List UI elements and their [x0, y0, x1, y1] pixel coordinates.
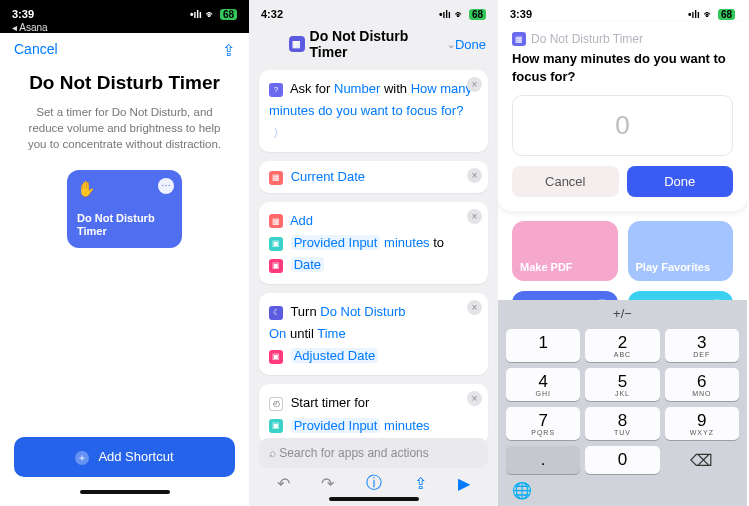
date-icon: ▣	[269, 259, 283, 273]
remove-action-icon[interactable]: ×	[467, 77, 482, 92]
key-4[interactable]: 4GHI	[506, 368, 580, 401]
status-icons: •ılıᯤ68	[684, 8, 735, 20]
input-icon: ▣	[269, 237, 283, 251]
key-7[interactable]: 7PQRS	[506, 407, 580, 440]
status-time: 4:32	[261, 8, 283, 20]
key-3[interactable]: 3DEF	[665, 329, 739, 362]
action-current-date[interactable]: × ▦ Current Date	[259, 161, 488, 193]
action-add-date[interactable]: × ▦ Add ▣ Provided Input minutes to ▣ Da…	[259, 202, 488, 284]
status-bar: 4:32 •ılıᯤ68	[249, 0, 498, 22]
status-bar: 3:39 •ılıᯤ68	[498, 0, 747, 22]
calendar-icon: ▦	[269, 214, 283, 228]
key-2[interactable]: 2ABC	[585, 329, 659, 362]
back-asana[interactable]: ◂ Asana	[0, 22, 249, 33]
shortcut-tile[interactable]: ✋ ⋯ Do Not Disturb Timer	[67, 170, 182, 248]
chevron-down-icon: ⌄	[447, 39, 455, 50]
status-icons: •ılıᯤ68	[435, 8, 486, 20]
action-timer[interactable]: × ◴ Start timer for ▣ Provided Input min…	[259, 384, 488, 444]
tile-play-favorites[interactable]: Play Favorites	[628, 221, 734, 281]
search-input[interactable]: ⌕ Search for apps and actions	[259, 438, 488, 468]
toolbar: ↶ ↷ ⓘ ⇪ ▶	[249, 473, 498, 494]
moon-icon: ☾	[269, 306, 283, 320]
share-icon[interactable]: ⇪	[414, 474, 427, 493]
undo-icon[interactable]: ↶	[277, 474, 290, 493]
key-dot[interactable]: .	[506, 446, 580, 474]
cancel-button[interactable]: Cancel	[14, 41, 58, 60]
key-1[interactable]: 1	[506, 329, 580, 362]
add-shortcut-button[interactable]: ＋ Add Shortcut	[14, 437, 235, 477]
more-icon[interactable]: ⋯	[158, 178, 174, 194]
key-9[interactable]: 9WXYZ	[665, 407, 739, 440]
home-indicator[interactable]	[329, 497, 419, 501]
key-5[interactable]: 5JKL	[585, 368, 659, 401]
status-time: 3:39	[510, 8, 532, 20]
globe-icon[interactable]: 🌐	[512, 481, 532, 500]
numeric-keypad: +/− 1 2ABC 3DEF 4GHI 5JKL 6MNO 7PQRS 8TU…	[498, 300, 747, 506]
dialog-header: ▦ Do Not Disturb Timer	[512, 32, 733, 46]
tile-label: Do Not Disturb Timer	[77, 212, 182, 238]
key-0[interactable]: 0	[585, 446, 659, 474]
remove-action-icon[interactable]: ×	[467, 168, 482, 183]
date-icon: ▣	[269, 350, 283, 364]
action-ask-input[interactable]: × ? Ask for Number with How many minutes…	[259, 70, 488, 152]
shortcut-description: Set a timer for Do Not Disturb, and redu…	[0, 104, 249, 152]
clock-icon: ◴	[269, 397, 283, 411]
shortcut-icon: ▦	[289, 36, 304, 52]
input-icon: ▣	[269, 419, 283, 433]
page-title: Do Not Disturb Timer	[0, 68, 249, 104]
dialog-done-button[interactable]: Done	[627, 166, 734, 197]
home-indicator[interactable]	[80, 490, 170, 494]
plusminus-key[interactable]: +/−	[613, 306, 632, 321]
input-dialog: ▦ Do Not Disturb Timer How many minutes …	[498, 22, 747, 211]
dialog-question: How many minutes do you want to focus fo…	[512, 50, 733, 85]
tile-make-pdf[interactable]: Make PDF	[512, 221, 618, 281]
share-icon[interactable]: ⇪	[222, 41, 235, 60]
key-backspace[interactable]: ⌫	[665, 446, 739, 474]
dialog-cancel-button[interactable]: Cancel	[512, 166, 619, 197]
shortcut-icon: ▦	[512, 32, 526, 46]
expand-icon[interactable]: 〉	[273, 126, 285, 140]
remove-action-icon[interactable]: ×	[467, 209, 482, 224]
remove-action-icon[interactable]: ×	[467, 391, 482, 406]
plus-icon: ＋	[75, 451, 89, 465]
run-icon[interactable]: ▶	[458, 474, 470, 493]
number-input[interactable]: 0	[512, 95, 733, 156]
calendar-icon: ▦	[269, 171, 283, 185]
hand-icon: ✋	[77, 180, 96, 197]
status-icons: •ılıᯤ68	[186, 8, 237, 20]
remove-action-icon[interactable]: ×	[467, 300, 482, 315]
done-button[interactable]: Done	[455, 37, 486, 52]
ask-icon: ?	[269, 83, 283, 97]
status-bar: 3:39 •ılıᯤ68	[0, 0, 249, 22]
key-6[interactable]: 6MNO	[665, 368, 739, 401]
nav-title[interactable]: ▦ Do Not Disturb Timer ⌄	[289, 28, 454, 60]
action-dnd[interactable]: × ☾ Turn Do Not Disturb On until Time ▣ …	[259, 293, 488, 375]
status-time: 3:39	[12, 8, 34, 20]
redo-icon[interactable]: ↷	[321, 474, 334, 493]
info-icon[interactable]: ⓘ	[366, 473, 382, 494]
key-8[interactable]: 8TUV	[585, 407, 659, 440]
search-icon: ⌕	[269, 446, 276, 460]
